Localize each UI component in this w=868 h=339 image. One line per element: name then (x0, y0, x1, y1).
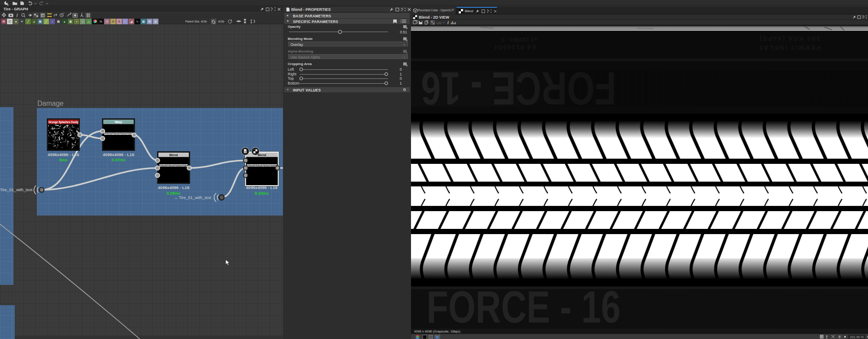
svg-text:201.90 %: 201.90 % (850, 335, 864, 339)
svg-text:i: i (447, 20, 449, 25)
svg-text:FORCE - 16: FORCE - 16 (427, 286, 621, 329)
svg-text:UV: UV (437, 21, 442, 25)
svg-text:i: i (16, 13, 18, 18)
